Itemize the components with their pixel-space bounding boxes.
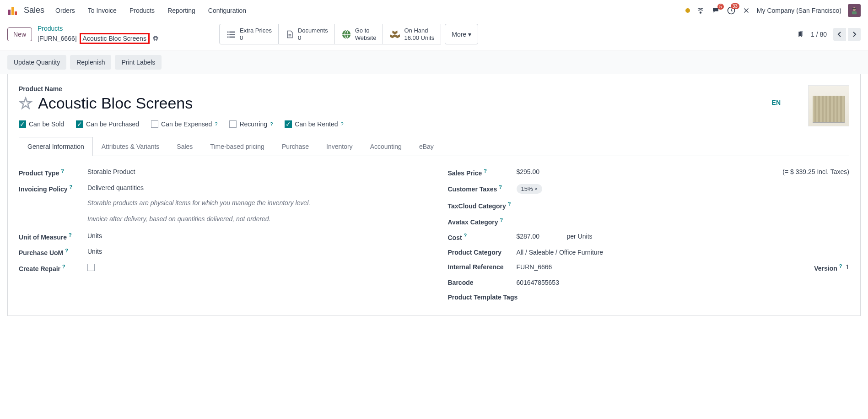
tab-ebay[interactable]: eBay — [410, 137, 442, 156]
messages-icon[interactable]: 5 — [711, 6, 720, 15]
pager-next-button[interactable] — [848, 28, 861, 41]
breadcrumb-parent[interactable]: Products — [38, 24, 159, 33]
stat-label: Documents — [298, 27, 328, 34]
breadcrumb: Products [FURN_6666] Acoustic Bloc Scree… — [38, 24, 159, 44]
help-icon[interactable]: ? — [340, 121, 343, 127]
invoicing-policy-field[interactable]: Delivered quantities — [87, 184, 421, 191]
tab-accounting[interactable]: Accounting — [361, 137, 410, 156]
version-field[interactable]: 1 — [846, 263, 849, 271]
right-column: Sales Price ?$295.00(= $ 339.25 Incl. Ta… — [448, 164, 850, 305]
app-title[interactable]: Sales — [24, 5, 44, 15]
pager-text[interactable]: 1 / 80 — [811, 31, 827, 38]
can-be-sold-checkbox[interactable]: ✓Can be Sold — [19, 120, 64, 128]
help-icon[interactable]: ? — [215, 121, 217, 127]
documents-button[interactable]: Documents0 — [279, 24, 335, 44]
svg-rect-2 — [15, 11, 17, 15]
update-quantity-button[interactable]: Update Quantity — [7, 55, 66, 70]
help-icon[interactable]: ? — [500, 217, 503, 223]
help-icon[interactable]: ? — [65, 248, 68, 253]
product-type-field[interactable]: Storable Product — [87, 168, 421, 175]
nav-reporting[interactable]: Reporting — [167, 7, 195, 14]
subheader: New Products [FURN_6666] Acoustic Bloc S… — [0, 21, 868, 50]
caret-down-icon: ▾ — [468, 31, 471, 38]
svg-rect-1 — [11, 7, 14, 15]
create-repair-checkbox[interactable] — [87, 264, 95, 271]
svg-rect-6 — [852, 11, 857, 14]
sales-price-field[interactable]: $295.00 — [517, 168, 765, 175]
svg-rect-12 — [227, 36, 229, 38]
stat-label: Go to — [355, 27, 377, 34]
stat-value: Website — [355, 34, 377, 42]
user-avatar[interactable] — [848, 4, 861, 17]
voip-icon[interactable] — [696, 6, 705, 15]
help-icon[interactable]: ? — [464, 233, 467, 238]
product-name-label: Product Name — [19, 85, 763, 93]
company-switcher[interactable]: My Company (San Francisco) — [757, 7, 841, 14]
language-button[interactable]: EN — [772, 99, 781, 106]
help-icon[interactable]: ? — [69, 232, 72, 238]
uom-field[interactable]: Units — [87, 232, 421, 239]
document-icon — [285, 29, 294, 39]
can-be-purchased-checkbox[interactable]: ✓Can be Purchased — [76, 120, 139, 128]
boxes-icon — [389, 29, 400, 39]
internal-ref-field[interactable]: FURN_6666 — [517, 263, 814, 271]
topbar: Sales Orders To Invoice Products Reporti… — [0, 0, 868, 21]
pager-prev-button[interactable] — [833, 28, 846, 41]
nav-to-invoice[interactable]: To Invoice — [88, 7, 117, 14]
stat-label: On Hand — [404, 27, 434, 34]
tab-general-information[interactable]: General Information — [19, 137, 93, 156]
gear-icon[interactable] — [152, 35, 159, 42]
tab-sales[interactable]: Sales — [168, 137, 201, 156]
breadcrumb-highlight: Acoustic Bloc Screens — [80, 33, 150, 44]
tab-purchase[interactable]: Purchase — [273, 137, 318, 156]
svg-rect-10 — [227, 34, 229, 35]
help-icon[interactable]: ? — [69, 184, 72, 190]
replenish-button[interactable]: Replenish — [70, 55, 111, 70]
tax-tag[interactable]: 15% × — [517, 184, 542, 194]
stat-value: 0 — [298, 34, 328, 42]
tag-remove-icon[interactable]: × — [535, 186, 538, 191]
topbar-right: 5 33 My Company (San Francisco) — [685, 4, 861, 17]
help-icon[interactable]: ? — [484, 168, 487, 174]
onhand-button[interactable]: On Hand16.00 Units — [383, 24, 441, 44]
tab-inventory[interactable]: Inventory — [318, 137, 361, 156]
recurring-checkbox[interactable]: Recurring? — [229, 120, 273, 128]
website-button[interactable]: Go toWebsite — [335, 24, 383, 44]
more-button[interactable]: More▾ — [445, 24, 478, 44]
extra-prices-button[interactable]: Extra Prices0 — [219, 24, 279, 44]
can-be-expensed-checkbox[interactable]: Can be Expensed? — [151, 120, 217, 128]
svg-rect-11 — [229, 34, 235, 35]
tab-attributes-variants[interactable]: Attributes & Variants — [93, 137, 168, 156]
bookmark-icon[interactable] — [797, 30, 804, 39]
purchase-uom-field[interactable]: Units — [87, 248, 421, 255]
print-labels-button[interactable]: Print Labels — [115, 55, 162, 70]
tab-time-based-pricing[interactable]: Time-based pricing — [201, 137, 273, 156]
product-name-input[interactable]: Acoustic Bloc Screens — [38, 94, 193, 112]
left-column: Product Type ?Storable Product Invoicing… — [19, 164, 421, 305]
product-image[interactable] — [808, 85, 849, 126]
help-icon[interactable]: ? — [270, 121, 273, 127]
favorite-star-icon[interactable] — [19, 97, 32, 110]
app-logo — [7, 5, 18, 16]
stat-buttons: Extra Prices0 Documents0 Go toWebsite On… — [219, 24, 478, 44]
help-icon[interactable]: ? — [62, 264, 65, 269]
barcode-field[interactable]: 601647855653 — [517, 279, 850, 286]
nav-orders[interactable]: Orders — [55, 7, 75, 14]
cost-unit: per Units — [567, 233, 593, 240]
new-button[interactable]: New — [7, 27, 32, 41]
help-icon[interactable]: ? — [61, 168, 64, 174]
action-toolbar: Update Quantity Replenish Print Labels — [0, 50, 868, 74]
tools-icon[interactable] — [742, 6, 750, 15]
can-be-rented-checkbox[interactable]: ✓Can be Rented? — [285, 120, 343, 128]
nav-products[interactable]: Products — [129, 7, 155, 14]
help-icon[interactable]: ? — [499, 184, 502, 190]
breadcrumb-name: Acoustic Bloc Screens — [83, 35, 146, 42]
nav-configuration[interactable]: Configuration — [208, 7, 246, 14]
activities-icon[interactable]: 33 — [727, 6, 736, 15]
help-icon[interactable]: ? — [839, 263, 842, 269]
svg-rect-9 — [229, 31, 235, 33]
help-icon[interactable]: ? — [508, 201, 511, 207]
cost-field[interactable]: $287.00 — [517, 233, 567, 240]
form-sheet: Product Name Acoustic Bloc Screens ✓Can … — [7, 74, 861, 316]
category-field[interactable]: All / Saleable / Office Furniture — [517, 249, 850, 256]
